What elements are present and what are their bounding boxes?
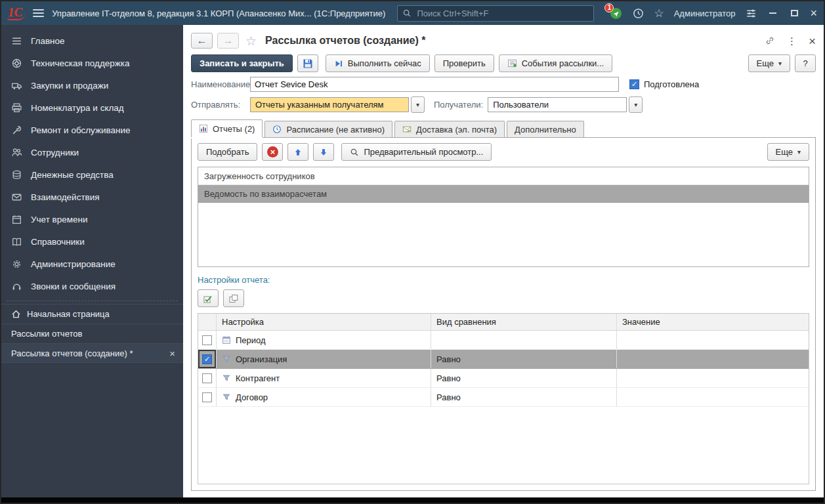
move-up-button[interactable] — [287, 143, 308, 161]
user-name[interactable]: Администратор — [674, 9, 736, 18]
tab-reports[interactable]: Отчеты (2) — [191, 119, 263, 137]
more-label: Еще — [776, 147, 793, 157]
sidebar-item-money[interactable]: Денежные средства — [1, 163, 183, 186]
maximize-button[interactable] — [788, 7, 800, 19]
link-icon[interactable] — [765, 35, 775, 46]
recipients-value[interactable]: Пользователи — [488, 97, 627, 112]
gear-icon — [11, 259, 22, 270]
global-search[interactable] — [397, 5, 594, 22]
close-window-button[interactable]: × — [810, 7, 817, 19]
recipients-label: Получатели: — [434, 100, 483, 110]
minimize-button[interactable] — [767, 7, 778, 19]
sidebar-item-interactions[interactable]: Взаимодействия — [1, 186, 183, 208]
setting-name: Контрагент — [236, 373, 280, 383]
settings-row-counterparty[interactable]: Контрагент Равно — [198, 369, 809, 388]
prepared-checkbox-row[interactable]: ✓ Подготовлена — [629, 79, 699, 89]
reports-more-button[interactable]: Еще ▾ — [767, 143, 809, 161]
send-mode-combo[interactable]: Отчеты указанным получателям ▾ — [250, 96, 425, 113]
value-cell — [617, 331, 809, 349]
reports-toolbar: Подобрать × — [198, 143, 809, 161]
report-list-item[interactable]: Загруженность сотрудников — [198, 167, 809, 185]
discussions-icon[interactable]: 1 — [610, 7, 622, 20]
sidebar-item-time-tracking[interactable]: Учет времени — [1, 208, 183, 230]
name-input[interactable] — [250, 77, 619, 92]
row-checkbox[interactable] — [202, 392, 212, 402]
close-form-button[interactable]: × — [809, 35, 816, 47]
pick-button[interactable]: Подобрать — [198, 143, 257, 161]
search-input[interactable] — [415, 8, 589, 19]
more-button[interactable]: Еще ▾ — [748, 54, 790, 72]
settings-row-contract[interactable]: Договор Равно — [198, 388, 809, 407]
sidebar-item-repair-service[interactable]: Ремонт и обслуживание — [1, 119, 183, 141]
move-down-button[interactable] — [313, 143, 334, 161]
row-checkbox-cell[interactable] — [198, 369, 217, 387]
sidebar-item-administration[interactable]: Администрирование — [1, 253, 183, 275]
send-mode-value[interactable]: Отчеты указанным получателям — [250, 97, 409, 112]
settings-row-period[interactable]: Период — [198, 331, 809, 350]
favorites-icon[interactable]: ☆ — [654, 8, 664, 19]
open-window-label: Рассылки отчетов — [11, 329, 82, 339]
settings-row-organization[interactable]: ✓ Организация Равно — [198, 350, 809, 369]
sidebar-item-employees[interactable]: Сотрудники — [1, 141, 183, 163]
sidebar-item-main[interactable]: Главное — [1, 30, 183, 52]
send-mode-dropdown-button[interactable]: ▾ — [411, 96, 425, 113]
settings-sliders-icon[interactable] — [745, 7, 757, 19]
run-now-button[interactable]: Выполнить сейчас — [326, 54, 430, 72]
report-settings-title: Настройки отчета: — [198, 275, 809, 285]
back-button[interactable]: ← — [191, 33, 213, 49]
main-menu-icon[interactable] — [33, 9, 44, 17]
tab-label: Дополнительно — [515, 125, 576, 135]
sidebar-item-label: Учет времени — [31, 215, 88, 224]
row-checkbox-cell[interactable] — [198, 388, 217, 406]
row-checkbox[interactable] — [202, 335, 212, 345]
favorite-star-icon[interactable]: ☆ — [245, 35, 257, 47]
save-and-close-button[interactable]: Записать и закрыть — [191, 54, 293, 72]
open-window-label: Рассылка отчетов (создание) * — [11, 348, 133, 358]
sidebar-item-label: Ремонт и обслуживание — [31, 125, 131, 135]
mailing-events-button[interactable]: События рассылки... — [499, 54, 612, 72]
save-button[interactable] — [297, 54, 318, 72]
row-checkbox[interactable] — [202, 373, 212, 383]
window-bottom-edge — [1, 497, 824, 503]
setting-name: Организация — [236, 354, 287, 364]
tab-delivery[interactable]: Доставка (эл. почта) — [394, 121, 505, 137]
uncheck-all-button[interactable] — [223, 289, 244, 307]
more-menu-icon[interactable]: ⋮ — [787, 36, 797, 46]
sidebar-item-nomenclature-warehouse[interactable]: Номенклатура и склад — [1, 96, 183, 119]
sidebar-item-tech-support[interactable]: Техническая поддержка — [1, 52, 183, 74]
check-button[interactable]: Проверить — [434, 54, 494, 72]
open-window-report-mailings[interactable]: Рассылки отчетов — [1, 324, 183, 343]
clock-icon — [272, 125, 282, 134]
comparison-cell: Равно — [431, 350, 617, 368]
row-checkbox-cell[interactable]: ✓ — [198, 350, 217, 368]
delete-icon: × — [267, 146, 278, 158]
tab-label: Доставка (эл. почта) — [416, 125, 497, 135]
tab-additional[interactable]: Дополнительно — [507, 121, 584, 137]
close-tab-icon[interactable]: × — [169, 348, 175, 358]
name-row: Наименование: ✓ Подготовлена — [191, 77, 816, 92]
recipients-combo[interactable]: Пользователи ▾ — [488, 96, 643, 113]
lifebuoy-icon — [11, 58, 22, 69]
history-icon[interactable] — [632, 7, 644, 19]
row-checkbox-cell[interactable] — [198, 331, 217, 349]
help-button[interactable]: ? — [795, 54, 816, 72]
delete-x: × — [270, 148, 276, 156]
filter-funnel-icon — [222, 392, 231, 402]
magnifier-icon — [350, 148, 359, 157]
report-list-item-selected[interactable]: Ведомость по взаиморасчетам — [198, 185, 809, 203]
report-name: Загруженность сотрудников — [204, 171, 315, 181]
sidebar-item-purchases-sales[interactable]: Закупки и продажи — [1, 74, 183, 96]
sidebar-item-references[interactable]: Справочники — [1, 230, 183, 253]
delete-button[interactable]: × — [262, 143, 283, 161]
value-cell — [617, 388, 809, 406]
sidebar-item-calls-messages[interactable]: Звонки и сообщения — [1, 275, 183, 297]
row-checkbox[interactable]: ✓ — [202, 354, 212, 364]
open-window-label: Начальная страница — [27, 309, 110, 319]
preview-button[interactable]: Предварительный просмотр... — [341, 143, 492, 161]
recipients-dropdown-button[interactable]: ▾ — [629, 96, 643, 113]
tab-schedule[interactable]: Расписание (не активно) — [264, 121, 392, 137]
open-window-report-mailing-new[interactable]: Рассылка отчетов (создание) * × — [1, 343, 183, 363]
open-window-home[interactable]: Начальная страница — [1, 304, 183, 324]
check-all-button[interactable] — [198, 289, 219, 307]
prepared-checkbox[interactable]: ✓ — [629, 79, 639, 89]
